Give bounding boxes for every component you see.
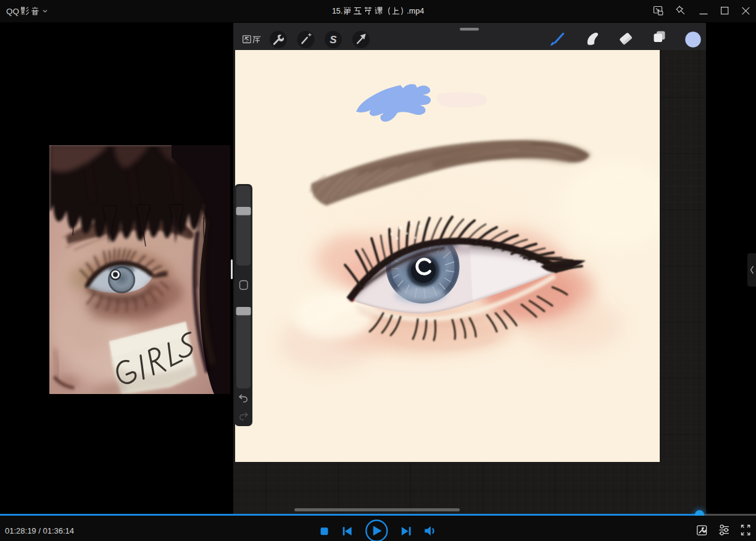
svg-text:S: S bbox=[330, 34, 337, 46]
